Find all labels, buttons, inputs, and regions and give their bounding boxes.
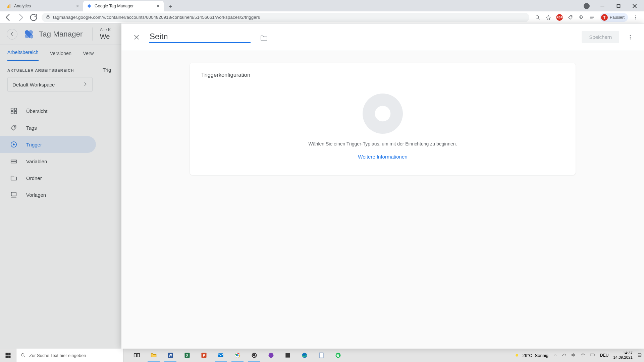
task-view-button[interactable] <box>129 349 145 362</box>
svg-rect-43 <box>8 356 11 358</box>
empty-hint: Wählen Sie einen Trigger-Typ aus, um mit… <box>309 141 457 146</box>
extensions-icon[interactable] <box>578 14 584 20</box>
lock-icon <box>46 14 50 20</box>
svg-rect-3 <box>87 4 91 8</box>
taskbar-search[interactable]: Zur Suche Text hier eingeben <box>16 349 123 362</box>
svg-line-45 <box>24 356 25 357</box>
panel-header: Speichern <box>121 23 644 51</box>
window-close-button[interactable] <box>627 1 642 11</box>
svg-rect-60 <box>285 353 290 357</box>
search-placeholder: Zur Suche Text hier eingeben <box>29 353 86 358</box>
profile-indicator-icon[interactable] <box>584 3 590 9</box>
svg-rect-41 <box>8 353 11 355</box>
window-minimize-button[interactable] <box>595 1 610 11</box>
svg-line-10 <box>538 18 539 19</box>
gtm-favicon <box>87 3 92 9</box>
trigger-config-card[interactable]: Triggerkonfiguration Wählen Sie einen Tr… <box>190 63 576 175</box>
svg-point-57 <box>252 353 257 358</box>
new-tab-button[interactable]: + <box>166 2 175 11</box>
toolbar: tagmanager.google.com/#/container/accoun… <box>0 11 644 23</box>
spotify-app[interactable] <box>330 349 346 362</box>
window-maximize-button[interactable] <box>611 1 626 11</box>
svg-rect-69 <box>638 353 641 356</box>
address-bar[interactable]: tagmanager.google.com/#/container/accoun… <box>42 13 529 22</box>
svg-point-12 <box>571 16 572 17</box>
save-button[interactable]: Speichern <box>582 31 619 43</box>
weather-desc: Sonnig <box>535 353 548 358</box>
svg-rect-0 <box>7 6 8 8</box>
reload-button[interactable] <box>29 13 38 22</box>
powerpoint-app[interactable]: P <box>196 349 212 362</box>
weather-temp: 26°C <box>523 353 532 358</box>
more-menu-button[interactable] <box>625 32 635 42</box>
tab-title: Analytics <box>14 4 72 8</box>
tray-clock[interactable]: 14:37 14.09.2021 <box>613 351 633 360</box>
kebab-icon[interactable] <box>633 14 639 20</box>
svg-point-36 <box>630 37 631 38</box>
chrome-app[interactable] <box>229 349 246 362</box>
system-tray: 26°C Sonnig DEU 14:37 14.09.2021 <box>514 349 644 362</box>
mail-app[interactable] <box>213 349 229 362</box>
windows-taskbar: Zur Suche Text hier eingeben W X P 26°C … <box>0 349 644 362</box>
panel-body: Triggerkonfiguration Wählen Sie einen Tr… <box>121 51 644 349</box>
browser-tab-gtm[interactable]: Google Tag Manager × <box>83 1 164 11</box>
notepad-app[interactable] <box>313 349 329 362</box>
back-button[interactable] <box>3 13 13 22</box>
app-generic-2[interactable] <box>280 349 296 362</box>
learn-more-link[interactable]: Weitere Informationen <box>358 154 407 160</box>
profile-chip[interactable]: T Pausiert <box>600 13 628 22</box>
close-icon[interactable]: × <box>75 4 80 8</box>
close-panel-button[interactable] <box>130 31 143 44</box>
svg-rect-8 <box>47 16 49 18</box>
obs-app[interactable] <box>246 349 262 362</box>
star-icon[interactable] <box>545 14 551 20</box>
analytics-favicon <box>6 3 11 9</box>
trigger-placeholder-icon <box>363 94 403 134</box>
svg-rect-2 <box>10 4 10 8</box>
trigger-name-input[interactable] <box>149 31 251 43</box>
excel-app[interactable]: X <box>179 349 195 362</box>
browser-chrome: Analytics × Google Tag Manager × + tagma… <box>0 0 644 23</box>
folder-icon[interactable] <box>260 34 268 41</box>
svg-rect-5 <box>617 5 620 8</box>
svg-rect-47 <box>137 354 140 357</box>
browser-tab-analytics[interactable]: Analytics × <box>3 1 83 11</box>
file-explorer-app[interactable] <box>146 349 162 362</box>
tray-notifications-icon[interactable] <box>637 353 642 358</box>
tray-cloud-icon[interactable] <box>562 353 567 358</box>
forward-button[interactable] <box>16 13 25 22</box>
start-button[interactable] <box>0 349 16 362</box>
svg-marker-65 <box>572 353 574 356</box>
extension-tag-icon[interactable] <box>568 14 574 20</box>
svg-marker-11 <box>546 15 550 20</box>
app-generic-1[interactable] <box>263 349 279 362</box>
adblock-icon[interactable]: ABP <box>556 14 563 21</box>
tray-wifi-icon[interactable] <box>581 353 585 358</box>
trigger-panel: Speichern Triggerkonfiguration Wählen Si… <box>121 23 644 349</box>
svg-point-35 <box>630 35 631 36</box>
tab-title: Google Tag Manager <box>95 4 153 8</box>
svg-rect-68 <box>594 354 595 355</box>
tray-volume-icon[interactable] <box>571 353 576 358</box>
edge-app[interactable] <box>297 349 313 362</box>
svg-point-18 <box>635 18 636 19</box>
svg-point-44 <box>21 354 24 356</box>
window-controls <box>584 1 644 11</box>
svg-point-9 <box>536 15 539 18</box>
avatar: T <box>601 14 608 21</box>
taskbar-apps: W X P <box>129 349 346 362</box>
weather-widget[interactable]: 26°C Sonnig <box>514 352 549 358</box>
svg-point-59 <box>269 353 274 358</box>
tray-chevron-icon[interactable] <box>553 353 557 358</box>
reading-list-icon[interactable] <box>589 14 595 20</box>
zoom-icon[interactable] <box>535 14 541 20</box>
close-icon[interactable]: × <box>156 4 160 8</box>
tray-language[interactable]: DEU <box>600 353 608 358</box>
tab-strip: Analytics × Google Tag Manager × + <box>0 0 644 11</box>
svg-point-17 <box>635 17 636 17</box>
app-shell: Tag Manager Alle K We Arbeitsbereich Ver… <box>0 23 644 349</box>
svg-rect-40 <box>6 353 8 355</box>
profile-state: Pausiert <box>610 15 625 20</box>
word-app[interactable]: W <box>162 349 178 362</box>
tray-battery-icon[interactable] <box>590 353 595 358</box>
